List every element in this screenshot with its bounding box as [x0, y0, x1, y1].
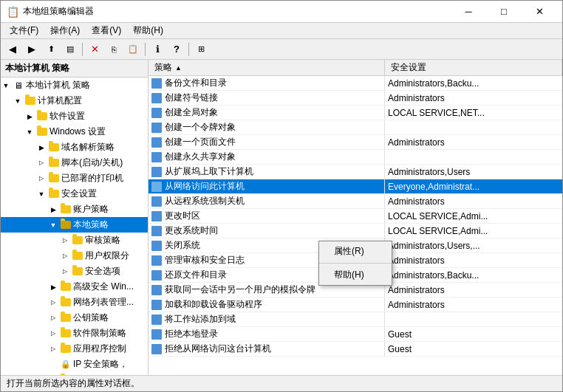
- help-button[interactable]: ?: [168, 41, 185, 58]
- list-body: 备份文件和目录 Administrators,Backu... 创建符号链接 A…: [149, 76, 562, 375]
- tree-node-computer-config[interactable]: ▼ 计算机配置: [1, 93, 148, 109]
- list-item[interactable]: 创建一个令牌对象: [149, 120, 562, 135]
- tree-toggle-audit[interactable]: ▷: [60, 235, 70, 246]
- tree-toggle-software[interactable]: ▶: [24, 111, 35, 122]
- export-button[interactable]: ⊞: [192, 41, 210, 58]
- security-cell: Administrators: [385, 91, 562, 105]
- tree-toggle-root[interactable]: ▼: [1, 80, 11, 91]
- list-item[interactable]: 更改时区 LOCAL SERVICE,Admi...: [149, 209, 562, 224]
- folder-icon-dns: [48, 142, 60, 154]
- security-cell: Administrators: [385, 194, 562, 208]
- menu-action[interactable]: 操作(A): [44, 23, 86, 38]
- list-item[interactable]: 备份文件和目录 Administrators,Backu...: [149, 76, 562, 91]
- folder-icon-public: [60, 312, 72, 324]
- list-item[interactable]: 创建永久共享对象: [149, 150, 562, 165]
- list-item[interactable]: 从扩展坞上取下计算机 Administrators,Users: [149, 165, 562, 179]
- maximize-button[interactable]: □: [487, 1, 521, 23]
- list-item[interactable]: 拒绝从网络访问这台计算机 Guest: [149, 342, 562, 357]
- row-policy-icon: [151, 137, 162, 148]
- tree-toggle-printers[interactable]: ▷: [36, 173, 47, 184]
- list-item-selected[interactable]: 从网络访问此计算机 Everyone,Administrat...: [149, 179, 562, 194]
- list-item[interactable]: 创建一个页面文件 Administrators: [149, 135, 562, 150]
- security-cell: [385, 312, 562, 326]
- list-item[interactable]: 从远程系统强制关机 Administrators: [149, 194, 562, 209]
- back-button[interactable]: ◀: [4, 41, 21, 58]
- tree-node-ip-sec[interactable]: ▷ 🔒 IP 安全策略，: [1, 357, 148, 372]
- tree-node-scripts[interactable]: ▷ 脚本(启动/关机): [1, 155, 148, 171]
- menu-view[interactable]: 查看(V): [86, 23, 127, 38]
- tree-node-software-restriction[interactable]: ▷ 软件限制策略: [1, 326, 148, 341]
- toolbar-sep-1: [82, 43, 83, 56]
- list-item[interactable]: 更改系统时间 LOCAL SERVICE,Admi...: [149, 224, 562, 238]
- tree-toggle-public[interactable]: ▷: [48, 313, 58, 323]
- security-cell: LOCAL SERVICE,Admi...: [385, 224, 562, 238]
- policy-cell-selected: 从网络访问此计算机: [149, 179, 385, 193]
- tree-node-software[interactable]: ▶ 软件设置: [1, 109, 148, 124]
- policy-cell: 加载和卸载设备驱动程序: [149, 298, 385, 312]
- col-header-policy[interactable]: 策略 ▲: [149, 60, 385, 75]
- menu-file[interactable]: 文件(F): [4, 23, 44, 38]
- tree-toggle-windows[interactable]: ▼: [24, 127, 35, 137]
- tree-node-account[interactable]: ▶ 账户策略: [1, 202, 148, 217]
- paste-button[interactable]: 📋: [124, 41, 142, 58]
- list-item[interactable]: 将工作站添加到域: [149, 312, 562, 327]
- tree-node-network-list[interactable]: ▷ 网络列表管理...: [1, 295, 148, 310]
- security-cell: [385, 150, 562, 164]
- minimize-button[interactable]: ─: [451, 1, 485, 23]
- tree-node-dns[interactable]: ▶ 域名解析策略: [1, 140, 148, 155]
- folder-icon-network: [60, 297, 72, 309]
- tree-toggle-local[interactable]: ▼: [48, 220, 58, 230]
- tree-header: 本地计算机 策略: [1, 60, 148, 78]
- toolbar: ◀ ▶ ⬆ ▤ ✕ ⎘ 📋 ℹ ? ⊞: [1, 39, 562, 60]
- tree-toggle-user-rights[interactable]: ▷: [60, 251, 70, 261]
- policy-cell: 拒绝本地登录: [149, 327, 385, 341]
- tree-toggle-app[interactable]: ▷: [48, 344, 58, 354]
- list-header: 策略 ▲ 安全设置: [149, 60, 562, 76]
- close-button[interactable]: ✕: [522, 1, 556, 23]
- tree-label-account: 账户策略: [73, 203, 109, 216]
- tree-node-windows-settings[interactable]: ▼ Windows 设置: [1, 124, 148, 140]
- tree-toggle-sec-options[interactable]: ▷: [60, 267, 70, 277]
- tree-node-security[interactable]: ▼ 安全设置: [1, 186, 148, 202]
- properties-button[interactable]: ℹ: [149, 41, 166, 58]
- tree-node-local-policy[interactable]: ▼ 本地策略: [1, 217, 148, 233]
- tree-toggle-network[interactable]: ▷: [48, 298, 58, 308]
- tree-toggle-security[interactable]: ▼: [36, 189, 47, 199]
- list-item[interactable]: 加载和卸载设备驱动程序 Administrators: [149, 298, 562, 312]
- policy-cell: 拒绝从网络访问这台计算机: [149, 342, 385, 356]
- toolbar-sep-3: [188, 43, 189, 56]
- context-menu-properties[interactable]: 属性(R): [319, 241, 392, 261]
- list-item[interactable]: 创建符号链接 Administrators: [149, 91, 562, 106]
- security-cell: Administrators,Backu...: [385, 76, 562, 90]
- tree-toggle-account[interactable]: ▶: [48, 204, 58, 215]
- tree-toggle-computer-config[interactable]: ▼: [13, 96, 23, 106]
- list-item[interactable]: 创建全局对象 LOCAL SERVICE,NET...: [149, 106, 562, 120]
- context-menu-help[interactable]: 帮助(H): [319, 265, 392, 285]
- copy-button[interactable]: ⎘: [105, 41, 123, 58]
- up-button[interactable]: ⬆: [42, 41, 60, 58]
- tree-toggle-button[interactable]: ▤: [61, 41, 79, 58]
- cut-button[interactable]: ✕: [86, 41, 103, 58]
- menu-help[interactable]: 帮助(H): [127, 23, 169, 38]
- tree-node-sec-options[interactable]: ▷ 安全选项: [1, 264, 148, 279]
- col-header-security[interactable]: 安全设置: [385, 60, 562, 75]
- tree-node-user-rights[interactable]: ▷ 用户权限分: [1, 248, 148, 264]
- tree-label-computer-config: 计算机配置: [38, 94, 82, 107]
- folder-icon-security: [48, 188, 60, 200]
- tree-node-root[interactable]: ▼ 🖥 本地计算机 策略: [1, 78, 148, 93]
- tree-node-audit[interactable]: ▷ 审核策略: [1, 233, 148, 248]
- tree-node-public-key[interactable]: ▷ 公钥策略: [1, 310, 148, 326]
- list-item[interactable]: 拒绝本地登录 Guest: [149, 327, 562, 342]
- tree-toggle-scripts[interactable]: ▷: [36, 158, 47, 168]
- tree-toggle-dns[interactable]: ▶: [36, 142, 47, 153]
- tree-node-printers[interactable]: ▷ 已部署的打印机: [1, 171, 148, 186]
- tree-toggle-adv-win[interactable]: ▶: [48, 282, 58, 292]
- tree-label-ip: IP 安全策略，: [73, 358, 128, 371]
- forward-button[interactable]: ▶: [23, 41, 41, 58]
- tree-node-app-control[interactable]: ▷ 应用程序控制: [1, 341, 148, 357]
- security-cell: LOCAL SERVICE,Admi...: [385, 209, 562, 223]
- tree-label-scripts: 脚本(启动/关机): [61, 157, 123, 169]
- tree-toggle-sw-restrict[interactable]: ▷: [48, 329, 58, 339]
- tree-label-user-rights: 用户权限分: [85, 250, 129, 262]
- tree-node-adv-win[interactable]: ▶ 高级安全 Win...: [1, 279, 148, 295]
